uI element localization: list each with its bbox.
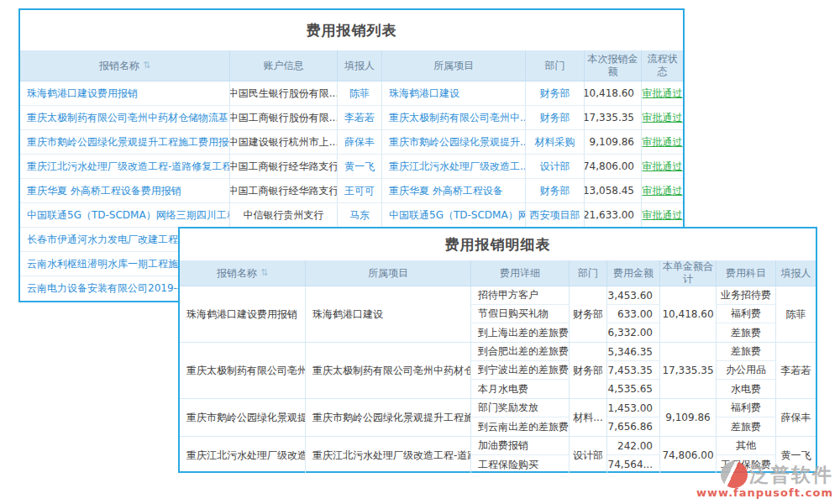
detail-cell: 节假日购买礼物: [471, 305, 570, 323]
detail-table-title: 费用报销明细表: [180, 228, 816, 260]
expense-name-link[interactable]: 重庆市鹅岭公园绿化景观提升工程施工费用报销: [20, 130, 230, 154]
detail-cell: 工程保险购买: [471, 455, 570, 474]
category-cell: 业务招待费: [717, 286, 776, 305]
sort-icon[interactable]: ⇅: [260, 267, 268, 279]
col-header-project: 所属项目: [306, 260, 471, 286]
project-link[interactable]: 珠海鹤港口建设: [306, 286, 471, 342]
reporter-link[interactable]: 马东: [338, 203, 382, 227]
detail-group: 重庆市鹅岭公园绿化景观提升工程 重庆市鹅岭公园绿化景观提升工程施工 部门奖励发放…: [180, 399, 816, 437]
col-header-amount: 费用金额: [607, 260, 660, 286]
status-link[interactable]: 审批通过: [642, 155, 683, 178]
total-value: 17,335.35: [660, 343, 717, 398]
dept-value: 财务部: [570, 343, 607, 398]
col-header-account: 账户信息: [230, 50, 338, 81]
dept-value[interactable]: 材料采购: [526, 130, 585, 154]
reporter-link[interactable]: 薛保丰: [776, 399, 816, 436]
category-cell: 福利费: [717, 305, 776, 323]
expense-name-link[interactable]: 重庆太极制药有限公司亳州中药材: [180, 343, 306, 398]
project-link[interactable]: 重庆江北污水处理厂级改造工...: [382, 155, 526, 178]
col-header-name-label: 报销名称: [217, 267, 257, 280]
detail-cell: 部门奖励发放: [471, 399, 570, 417]
table-row: 重庆市鹅岭公园绿化景观提升工程施工费用报销 中国建设银行杭州市上... 薛保丰 …: [20, 130, 683, 155]
project-link[interactable]: 重庆太极制药有限公司亳州中...: [382, 106, 526, 129]
col-header-name[interactable]: 报销名称 ⇅: [20, 50, 230, 81]
expense-name-link[interactable]: 重庆太极制药有限公司亳州中药材仓储物流基地项...: [20, 106, 230, 129]
account-info: 中国民生银行股份有限...: [230, 81, 338, 105]
expense-name-link[interactable]: 重庆江北污水处理厂级改造工程-道: [180, 437, 306, 474]
col-header-reporter: 填报人: [338, 50, 382, 81]
expense-name-link[interactable]: 珠海鹤港口建设费用报销: [20, 81, 230, 105]
detail-cell: 招待甲方客户: [471, 286, 570, 305]
dept-value: 材料...: [570, 399, 607, 436]
col-header-project: 所属项目: [382, 50, 526, 81]
dept-value[interactable]: 财务部: [526, 81, 585, 105]
detail-group: 珠海鹤港口建设费用报销 珠海鹤港口建设 招待甲方客户 节假日购买礼物 到上海出差…: [180, 286, 816, 343]
project-link[interactable]: 重庆市鹅岭公园绿化景观提升工程施工: [306, 399, 471, 436]
category-cell: 差旅费: [717, 323, 776, 342]
project-link[interactable]: 重庆太极制药有限公司亳州中药材仓储物流: [306, 343, 471, 398]
project-link[interactable]: 重庆华夏 外高桥工程设备: [382, 179, 526, 202]
amount-value: 1,453.00: [607, 399, 660, 417]
status-link[interactable]: 审批通过: [642, 130, 683, 154]
reporter-link[interactable]: 黄一飞: [338, 155, 382, 178]
list-table-title: 费用报销列表: [20, 10, 683, 50]
detail-cell: 加油费报销: [471, 437, 570, 455]
status-link[interactable]: 审批通过: [642, 106, 683, 129]
reporter-link[interactable]: 陈菲: [776, 286, 816, 342]
col-header-name[interactable]: 报销名称 ⇅: [180, 260, 306, 286]
status-link[interactable]: 审批通过: [642, 81, 683, 105]
col-header-total: 本单金额合计: [660, 260, 717, 286]
col-header-dept: 部门: [526, 50, 585, 81]
amount-value: 5,346.35: [607, 343, 660, 361]
expense-name-link[interactable]: 重庆江北污水处理厂级改造工程-道路修复工程费用...: [20, 155, 230, 178]
amount-value: 633.00: [607, 305, 660, 323]
detail-table-header: 报销名称 ⇅ 所属项目 费用详细 部门 费用金额 本单金额合计 费用科目 填报人: [180, 260, 816, 286]
col-header-reporter: 填报人: [776, 260, 816, 286]
amount-value: 4,535.65: [607, 380, 660, 398]
account-info: 中国工商银行经华路支行: [230, 179, 338, 202]
list-table-header: 报销名称 ⇅ 账户信息 填报人 所属项目 部门 本次报销金额 流程状态: [20, 50, 683, 81]
reporter-link[interactable]: 王可可: [338, 179, 382, 202]
total-value: 10,418.60: [660, 286, 717, 342]
amount-value: 13,058.45: [585, 179, 642, 202]
sort-icon[interactable]: ⇅: [143, 60, 150, 71]
account-info: 中国工商银行股份有限...: [230, 106, 338, 129]
project-link[interactable]: 珠海鹤港口建设: [382, 81, 526, 105]
category-cell: 办公用品: [717, 361, 776, 380]
reporter-link[interactable]: 陈菲: [338, 81, 382, 105]
status-link[interactable]: 审批通过: [642, 203, 683, 227]
reporter-link[interactable]: 李若若: [338, 106, 382, 129]
project-link[interactable]: 重庆江北污水处理厂级改造工程-道路修复工程: [306, 437, 471, 474]
col-header-amount: 本次报销金额: [585, 50, 642, 81]
expense-name-link[interactable]: 重庆市鹅岭公园绿化景观提升工程: [180, 399, 306, 436]
account-info: 中国工商银行经华路支行: [230, 155, 338, 178]
amount-value: 21,633.00: [585, 203, 642, 227]
detail-cell: 到合肥出差的差旅费: [471, 343, 570, 361]
dept-value[interactable]: 财务部: [526, 179, 585, 202]
expense-detail-panel: 费用报销明细表 报销名称 ⇅ 所属项目 费用详细 部门 费用金额 本单金额合计 …: [178, 227, 817, 473]
amount-value: 242.00: [607, 437, 660, 455]
reporter-link[interactable]: 薛保丰: [338, 130, 382, 154]
dept-value[interactable]: 财务部: [526, 106, 585, 129]
expense-name-link[interactable]: 中国联通5G（TD-SCDMA）网络三期四川工程费...: [20, 203, 230, 227]
expense-name-link[interactable]: 珠海鹤港口建设费用报销: [180, 286, 306, 342]
dept-value[interactable]: 西安项目部: [526, 203, 585, 227]
project-link[interactable]: 中国联通5G（TD-SCDMA）网...: [382, 203, 526, 227]
category-cell: 差旅费: [717, 417, 776, 436]
project-link[interactable]: 重庆市鹅岭公园绿化景观提升...: [382, 130, 526, 154]
detail-cell: 到宁波出差的差旅费: [471, 361, 570, 380]
detail-group: 重庆太极制药有限公司亳州中药材 重庆太极制药有限公司亳州中药材仓储物流 到合肥出…: [180, 343, 816, 399]
category-cell: 水电费: [717, 380, 776, 398]
total-value: 9,109.86: [660, 399, 717, 436]
detail-cell: 到上海出差的差旅费: [471, 323, 570, 342]
dept-value[interactable]: 设计部: [526, 155, 585, 178]
reporter-link[interactable]: 李若若: [776, 343, 816, 398]
amount-value: 9,109.86: [585, 130, 642, 154]
watermark-brand: 泛普软件: [749, 462, 833, 488]
detail-cell: 本月水电费: [471, 380, 570, 398]
status-link[interactable]: 审批通过: [642, 179, 683, 202]
category-cell: 福利费: [717, 399, 776, 417]
amount-value: 17,335.35: [585, 106, 642, 129]
expense-name-link[interactable]: 重庆华夏 外高桥工程设备费用报销: [20, 179, 230, 202]
watermark: 泛普软件 www.fanpusoft.com: [696, 461, 833, 499]
